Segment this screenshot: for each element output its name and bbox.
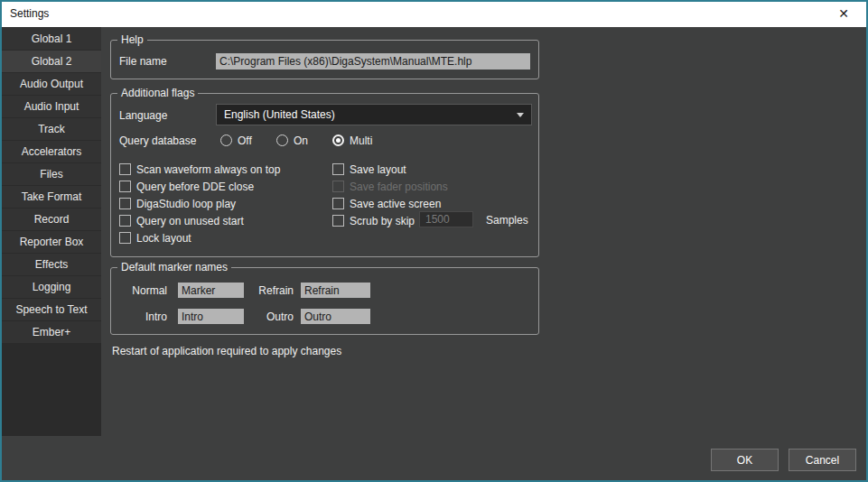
sidebar-item-speech-to-text[interactable]: Speech to Text	[2, 299, 101, 320]
default-marker-names-group: Default marker names Normal Refrain Intr…	[110, 267, 539, 335]
checkbox-query-before-dde-close[interactable]: Query before DDE close	[119, 180, 254, 193]
cancel-button[interactable]: Cancel	[789, 449, 856, 471]
file-name-input[interactable]	[216, 53, 530, 70]
checkbox-icon	[332, 181, 344, 192]
checkbox-save-active-screen[interactable]: Save active screen	[332, 197, 441, 210]
checkbox-label: Save layout	[350, 163, 406, 176]
query-database-label: Query database	[119, 134, 196, 148]
language-dropdown-value: English (United States)	[224, 108, 335, 121]
checkbox-label: Lock layout	[136, 232, 191, 245]
radio-query-off[interactable]: Off	[220, 134, 252, 147]
checkbox-digastudio-loop-play[interactable]: DigaStudio loop play	[119, 197, 236, 210]
default-marker-names-group-label: Default marker names	[117, 261, 231, 273]
radio-query-on-label: On	[294, 134, 308, 147]
help-group-label: Help	[117, 33, 147, 46]
checkbox-label: Save active screen	[350, 198, 441, 210]
sidebar-item-reporter-box[interactable]: Reporter Box	[2, 231, 101, 253]
checkbox-label: Scrub by skip	[350, 215, 415, 227]
checkbox-lock-layout[interactable]: Lock layout	[119, 231, 191, 245]
sidebar-item-record[interactable]: Record	[2, 209, 101, 230]
additional-flags-group-label: Additional flags	[117, 87, 198, 99]
close-button[interactable]: ✕	[826, 2, 861, 25]
checkbox-icon	[332, 163, 344, 175]
outro-marker-label: Outro	[245, 310, 294, 324]
sidebar-item-global-1[interactable]: Global 1	[2, 28, 101, 50]
language-label: Language	[119, 108, 167, 123]
checkbox-icon	[332, 215, 344, 227]
radio-query-multi[interactable]: Multi	[332, 134, 372, 147]
checkbox-label: Scan waveform always on top	[136, 163, 280, 176]
radio-icon	[220, 134, 232, 146]
checkbox-label: Save fader positions	[350, 181, 448, 193]
checkbox-label: DigaStudio loop play	[136, 198, 236, 210]
checkbox-save-fader-positions: Save fader positions	[332, 180, 448, 193]
sidebar-item-track[interactable]: Track	[2, 118, 101, 140]
checkbox-query-on-unused-start[interactable]: Query on unused start	[119, 214, 244, 227]
radio-query-off-label: Off	[238, 134, 252, 147]
checkbox-label: Query before DDE close	[136, 181, 254, 193]
sidebar-item-audio-output[interactable]: Audio Output	[2, 73, 101, 95]
sidebar-item-audio-input[interactable]: Audio Input	[2, 96, 101, 117]
radio-query-multi-label: Multi	[350, 134, 372, 147]
intro-marker-label: Intro	[118, 310, 167, 324]
chevron-down-icon	[517, 113, 524, 117]
sidebar-item-take-format[interactable]: Take Format	[2, 186, 101, 208]
close-icon: ✕	[838, 6, 849, 21]
checkbox-icon	[332, 198, 344, 209]
outro-marker-input[interactable]	[301, 309, 370, 324]
refrain-marker-label: Refrain	[245, 283, 294, 298]
checkbox-icon	[119, 163, 131, 175]
restart-note: Restart of application required to apply…	[112, 345, 341, 357]
checkbox-icon	[119, 232, 131, 244]
help-group: Help File name	[110, 40, 539, 79]
sidebar-item-logging[interactable]: Logging	[2, 276, 101, 298]
sidebar-item-accelerators[interactable]: Accelerators	[2, 141, 101, 162]
samples-unit-label: Samples	[486, 213, 528, 227]
language-dropdown[interactable]: English (United States)	[216, 104, 532, 125]
intro-marker-input[interactable]	[178, 309, 244, 324]
file-name-label: File name	[119, 54, 167, 69]
checkbox-icon	[119, 181, 131, 192]
radio-query-on[interactable]: On	[276, 134, 308, 147]
sidebar-item-effects[interactable]: Effects	[2, 254, 101, 275]
sidebar-item-files[interactable]: Files	[2, 163, 101, 185]
titlebar: Settings ✕	[0, 0, 868, 27]
sidebar: Global 1 Global 2 Audio Output Audio Inp…	[0, 27, 101, 436]
checkbox-scrub-by-skip[interactable]: Scrub by skip	[332, 214, 415, 227]
checkbox-label: Query on unused start	[136, 215, 244, 227]
scrub-samples-input	[419, 211, 473, 227]
radio-icon	[332, 134, 344, 146]
normal-marker-label: Normal	[118, 283, 167, 298]
window-title: Settings	[10, 0, 49, 27]
sidebar-item-global-2[interactable]: Global 2	[2, 51, 101, 72]
checkbox-icon	[119, 198, 131, 209]
checkbox-save-layout[interactable]: Save layout	[332, 162, 406, 176]
radio-icon	[276, 134, 288, 146]
checkbox-scan-waveform-always-on-top[interactable]: Scan waveform always on top	[119, 162, 280, 176]
refrain-marker-input[interactable]	[301, 283, 370, 298]
normal-marker-input[interactable]	[178, 283, 244, 298]
settings-window: Settings ✕ Global 1 Global 2 Audio Outpu…	[0, 0, 868, 482]
checkbox-icon	[119, 215, 131, 227]
ok-button[interactable]: OK	[711, 449, 779, 471]
additional-flags-group: Additional flags Language English (Unite…	[110, 93, 539, 257]
sidebar-item-ember[interactable]: Ember+	[2, 321, 101, 343]
